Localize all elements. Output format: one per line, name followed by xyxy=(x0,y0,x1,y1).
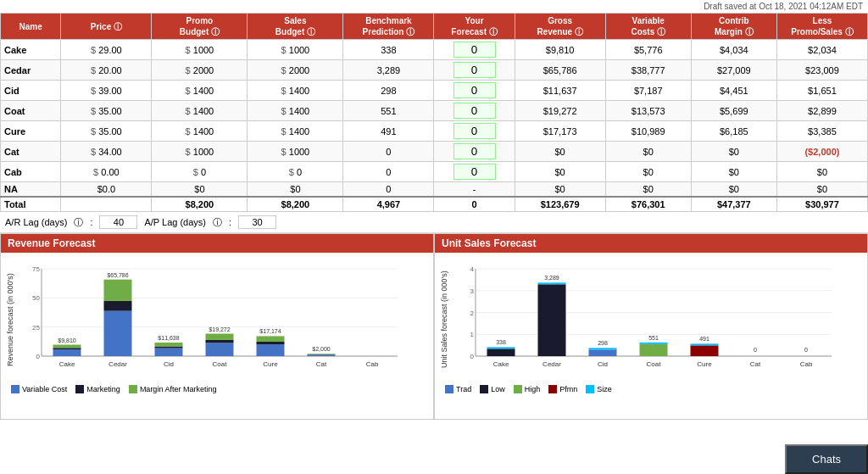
cell-gross: $0 xyxy=(515,162,605,182)
legend-item: Size xyxy=(586,385,612,393)
cell-variable: $0 xyxy=(605,182,691,198)
cell-forecast[interactable] xyxy=(434,162,515,182)
cell-sales: $ 2000 xyxy=(248,60,343,81)
cell-variable: $0 xyxy=(605,142,691,162)
table-row: Cedar $ 20.00 $ 2000 $ 2000 3,289 $65,78… xyxy=(1,60,868,81)
cell-benchmark: 338 xyxy=(343,40,434,60)
cell-total-label: Total xyxy=(1,197,61,212)
col-benchmark: BenchmarkPrediction ⓘ xyxy=(343,14,434,40)
col-price: Price ⓘ xyxy=(61,14,152,40)
forecast-input[interactable] xyxy=(453,123,496,139)
cell-sales: $ 1400 xyxy=(248,101,343,121)
forecast-input[interactable] xyxy=(453,103,496,119)
cell-name: Coat xyxy=(1,101,61,121)
cell-less: $0 xyxy=(776,182,867,198)
cell-gross: $11,637 xyxy=(515,81,605,101)
cell-price: $ 34.00 xyxy=(61,142,152,162)
revenue-chart-body: Revenue forecast (in 000's) Variable Cos… xyxy=(1,253,433,417)
cell-promo: $0 xyxy=(152,182,248,198)
cell-contrib: $0 xyxy=(691,162,776,182)
legend-item: Pfmn xyxy=(548,385,577,393)
cell-sales: $ 1000 xyxy=(248,40,343,60)
cell-forecast[interactable] xyxy=(434,101,515,121)
cell-benchmark: 298 xyxy=(343,81,434,101)
cell-sales: $0 xyxy=(248,182,343,198)
forecast-input[interactable] xyxy=(453,82,496,98)
legend-item: Variable Cost xyxy=(11,385,67,393)
ar-lag-input[interactable] xyxy=(99,215,137,229)
cell-sales: $ 1400 xyxy=(248,81,343,101)
cell-benchmark: 0 xyxy=(343,182,434,198)
draft-saved-text: Draft saved at Oct 18, 2021 04:12AM EDT xyxy=(704,2,863,11)
cell-gross: $17,173 xyxy=(515,121,605,142)
cell-benchmark: 0 xyxy=(343,162,434,182)
cell-forecast[interactable] xyxy=(434,60,515,81)
col-less: LessPromo/Sales ⓘ xyxy=(776,14,867,40)
cell-less: $2,899 xyxy=(776,101,867,121)
lag-row: A/R Lag (days) ⓘ : A/P Lag (days) ⓘ : xyxy=(0,212,868,233)
cell-benchmark: 491 xyxy=(343,121,434,142)
cell-gross: $0 xyxy=(515,142,605,162)
cell-promo: $ 1000 xyxy=(152,142,248,162)
cell-name: Cat xyxy=(1,142,61,162)
cell-name: Cake xyxy=(1,40,61,60)
cell-promo: $ 0 xyxy=(152,162,248,182)
chats-button[interactable]: Chats xyxy=(785,444,868,474)
cell-forecast: - xyxy=(434,182,515,198)
cell-price: $0.0 xyxy=(61,182,152,198)
cell-promo: $ 2000 xyxy=(152,60,248,81)
cell-forecast[interactable] xyxy=(434,81,515,101)
cell-benchmark: 3,289 xyxy=(343,60,434,81)
cell-name: NA xyxy=(1,182,61,198)
cell-name: Cid xyxy=(1,81,61,101)
cell-total-price xyxy=(61,197,152,212)
forecast-input[interactable] xyxy=(453,42,496,58)
legend-item: Marketing xyxy=(75,385,120,393)
table-row: NA $0.0 $0 $0 0 - $0 $0 $0 $0 xyxy=(1,182,868,198)
cell-less: $3,385 xyxy=(776,121,867,142)
table-row: Cab $ 0.00 $ 0 $ 0 0 $0 $0 $0 $0 xyxy=(1,162,868,182)
cell-name: Cab xyxy=(1,162,61,182)
cell-forecast[interactable] xyxy=(434,142,515,162)
cell-forecast[interactable] xyxy=(434,40,515,60)
cell-total-sales: $8,200 xyxy=(248,197,343,212)
forecast-input[interactable] xyxy=(453,62,496,78)
cell-gross: $19,272 xyxy=(515,101,605,121)
cell-promo: $ 1000 xyxy=(152,40,248,60)
ap-lag-info: ⓘ xyxy=(213,216,222,229)
forecast-input[interactable] xyxy=(453,143,496,159)
legend-item: High xyxy=(514,385,541,393)
cell-variable: $0 xyxy=(605,162,691,182)
cell-less: $23,009 xyxy=(776,60,867,81)
forecast-input[interactable] xyxy=(453,164,496,180)
cell-price: $ 0.00 xyxy=(61,162,152,182)
table-row: Coat $ 35.00 $ 1400 $ 1400 551 $19,272 $… xyxy=(1,101,868,121)
cell-price: $ 20.00 xyxy=(61,60,152,81)
cell-contrib: $27,009 xyxy=(691,60,776,81)
ap-lag-input[interactable] xyxy=(238,215,276,229)
cell-price: $ 29.00 xyxy=(61,40,152,60)
cell-sales: $ 1400 xyxy=(248,121,343,142)
cell-variable: $7,187 xyxy=(605,81,691,101)
unit-chart-panel: Unit Sales Forecast Unit Sales forecast … xyxy=(434,233,868,420)
ap-lag-label: A/P Lag (days) xyxy=(144,217,206,227)
cell-variable: $13,573 xyxy=(605,101,691,121)
col-sales: SalesBudget ⓘ xyxy=(248,14,343,40)
cell-contrib: $0 xyxy=(691,142,776,162)
revenue-chart-title: Revenue Forecast xyxy=(1,234,433,253)
ar-lag-label: A/R Lag (days) xyxy=(5,217,67,227)
cell-less: $1,651 xyxy=(776,81,867,101)
col-promo: PromoBudget ⓘ xyxy=(152,14,248,40)
cell-contrib: $4,451 xyxy=(691,81,776,101)
col-name: Name xyxy=(1,14,61,40)
cell-forecast[interactable] xyxy=(434,121,515,142)
cell-gross: $0 xyxy=(515,182,605,198)
cell-gross: $65,786 xyxy=(515,60,605,81)
cell-total-variable: $76,301 xyxy=(605,197,691,212)
cell-total-benchmark: 4,967 xyxy=(343,197,434,212)
cell-name: Cedar xyxy=(1,60,61,81)
col-gross: GrossRevenue ⓘ xyxy=(515,14,605,40)
legend-item: Low xyxy=(480,385,505,393)
cell-gross: $9,810 xyxy=(515,40,605,60)
unit-legend: TradLowHighPfmnSize xyxy=(438,383,864,395)
